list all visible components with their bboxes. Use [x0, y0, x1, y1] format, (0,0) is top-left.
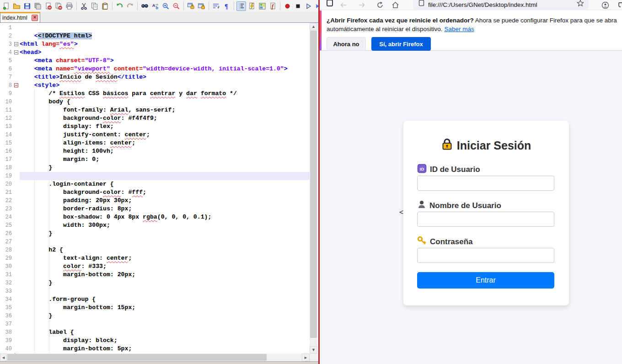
account-icon[interactable] — [601, 0, 610, 10]
dismiss-button[interactable]: Ahora no — [327, 37, 366, 51]
code-line-30[interactable]: 30 color: #333; — [0, 262, 310, 271]
document-map-icon[interactable] — [257, 1, 267, 11]
fold-margin[interactable] — [13, 48, 20, 57]
user-id-input[interactable] — [417, 176, 554, 191]
learn-more-link[interactable]: Saber más — [444, 26, 474, 32]
chevron-right-icon[interactable]: ► — [302, 353, 310, 361]
code-line-29[interactable]: 29 text-align: center; — [0, 254, 310, 262]
code-line-34[interactable]: 34 .form-group { — [0, 295, 310, 304]
macro-stop-icon[interactable] — [293, 1, 303, 11]
sync-vertical-scroll-icon[interactable] — [186, 1, 196, 11]
fold-margin[interactable] — [13, 81, 20, 90]
replace-icon[interactable]: Ab — [150, 1, 160, 11]
code-line-2[interactable]: 2 <<!DOCTYPE html> — [0, 32, 310, 40]
show-all-characters-icon[interactable]: ¶ — [222, 1, 231, 11]
tab-index-html[interactable]: index.html ✕ — [0, 12, 40, 22]
new-file-icon[interactable] — [1, 1, 11, 11]
code-line-20[interactable]: 20 .login-container { — [0, 180, 310, 188]
code-line-5[interactable]: 5 <meta charset="UTF-8"> — [0, 57, 310, 65]
print-icon[interactable] — [64, 1, 74, 11]
code-line-24[interactable]: 24 box-shadow: 0 4px 8px rgba(0, 0, 0, 0… — [0, 213, 310, 221]
code-line-10[interactable]: 10 body { — [0, 98, 310, 106]
code-line-39[interactable]: 39 display: block; — [0, 337, 310, 345]
code-lines[interactable]: 12 <<!DOCTYPE html>3<html lang="es">4<he… — [0, 24, 310, 353]
code-line-37[interactable]: 37 — [0, 320, 310, 328]
code-line-6[interactable]: 6 <meta name="viewport" content="width=d… — [0, 65, 310, 73]
code-line-27[interactable]: 27 — [0, 238, 310, 246]
chevron-left-icon[interactable]: ◄ — [0, 353, 7, 361]
code-line-22[interactable]: 22 padding: 20px 30px; — [0, 197, 310, 205]
code-line-13[interactable]: 13 display: flex; — [0, 123, 310, 131]
code-editor[interactable]: 12 <<!DOCTYPE html>3<html lang="es">4<he… — [0, 23, 310, 353]
code-line-12[interactable]: 12 background-color: #f4f4f9; — [0, 114, 310, 123]
vertical-scroll-thumb[interactable] — [310, 31, 317, 338]
close-icon[interactable]: ✕ — [32, 15, 38, 21]
function-list-icon[interactable]: f — [268, 1, 278, 11]
code-line-9[interactable]: 9 /* Estilos CSS básicos para centrar y … — [0, 90, 310, 98]
tab-outline-icon[interactable] — [325, 0, 334, 7]
fold-margin[interactable] — [13, 40, 20, 48]
code-line-7[interactable]: 7 <title>Inicio de Sesión</title> — [0, 73, 310, 81]
code-line-35[interactable]: 35 margin-bottom: 15px; — [0, 304, 310, 312]
code-line-11[interactable]: 11 font-family: Arial, sans-serif; — [0, 106, 310, 114]
fold-collapse-icon[interactable] — [14, 83, 18, 87]
vertical-scrollbar[interactable]: ▲ ▼ — [310, 23, 317, 353]
code-line-18[interactable]: 18 } — [0, 164, 310, 172]
accept-button[interactable]: Sí, abrir Firefox — [371, 37, 431, 51]
paste-icon[interactable] — [100, 1, 110, 11]
bookmark-star-icon[interactable] — [577, 0, 584, 9]
submit-button[interactable]: Entrar — [417, 272, 554, 289]
code-line-14[interactable]: 14 justify-content: center; — [0, 131, 310, 139]
save-copy-icon[interactable] — [33, 1, 43, 11]
url-text[interactable]: file:///C:/Users/GNet/Desktop/index.html — [428, 1, 577, 8]
save-file-icon[interactable] — [22, 1, 32, 11]
username-input[interactable] — [417, 212, 554, 227]
back-icon[interactable] — [339, 0, 348, 10]
zoom-in-icon[interactable] — [161, 1, 171, 11]
code-line-32[interactable]: 32 } — [0, 279, 310, 287]
code-line-8[interactable]: 8 <style> — [0, 81, 310, 90]
code-line-1[interactable]: 1 — [0, 24, 310, 32]
close-file-icon[interactable] — [43, 1, 53, 11]
open-file-icon[interactable] — [12, 1, 21, 11]
reload-icon[interactable] — [375, 0, 385, 10]
code-line-33[interactable]: 33 — [0, 287, 310, 295]
code-line-40[interactable]: 40 margin-bottom: 5px; — [0, 345, 310, 353]
code-line-17[interactable]: 17 margin: 0; — [0, 155, 310, 164]
horizontal-scrollbar[interactable]: ◄ ► — [0, 353, 310, 361]
find-icon[interactable] — [140, 1, 150, 11]
code-line-15[interactable]: 15 align-items: center; — [0, 139, 310, 147]
url-bar[interactable]: file:///C:/Users/GNet/Desktop/index.html — [413, 0, 589, 10]
redo-icon[interactable] — [125, 1, 135, 11]
code-line-25[interactable]: 25 width: 300px; — [0, 221, 310, 230]
fold-collapse-icon[interactable] — [14, 42, 18, 46]
cut-icon[interactable] — [79, 1, 89, 11]
code-line-19[interactable]: 19 — [0, 172, 310, 180]
code-line-38[interactable]: 38 label { — [0, 328, 310, 337]
word-wrap-icon[interactable] — [211, 1, 221, 11]
code-line-36[interactable]: 36 } — [0, 312, 310, 320]
copy-icon[interactable] — [90, 1, 99, 11]
code-line-28[interactable]: 28 h2 { — [0, 246, 310, 254]
fold-collapse-icon[interactable] — [14, 50, 18, 54]
home-icon[interactable] — [391, 0, 400, 10]
code-line-31[interactable]: 31 margin-bottom: 20px; — [0, 271, 310, 279]
close-all-icon[interactable] — [54, 1, 64, 11]
chevron-up-icon[interactable]: ▲ — [310, 23, 317, 30]
macro-play-icon[interactable] — [304, 1, 313, 11]
code-line-4[interactable]: 4<head> — [0, 48, 310, 57]
forward-icon[interactable] — [357, 0, 366, 10]
sync-horizontal-scroll-icon[interactable] — [197, 1, 206, 11]
undo-icon[interactable] — [115, 1, 124, 11]
clipped-edge-icon[interactable] — [617, 0, 622, 10]
horizontal-scroll-thumb[interactable] — [7, 354, 267, 361]
code-line-16[interactable]: 16 height: 100vh; — [0, 147, 310, 155]
code-line-26[interactable]: 26 } — [0, 230, 310, 238]
code-line-3[interactable]: 3<html lang="es"> — [0, 40, 310, 48]
code-line-23[interactable]: 23 border-radius: 8px; — [0, 205, 310, 213]
chevron-down-icon[interactable]: ▼ — [310, 346, 317, 353]
define-language-icon[interactable] — [247, 1, 257, 11]
code-line-21[interactable]: 21 background-color: #fff; — [0, 188, 310, 197]
zoom-out-icon[interactable] — [172, 1, 181, 11]
macro-record-icon[interactable] — [283, 1, 292, 11]
